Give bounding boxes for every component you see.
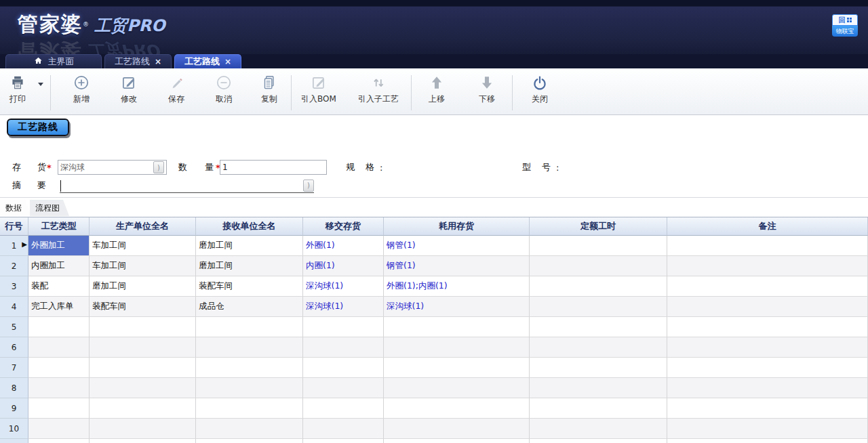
- table-cell[interactable]: [530, 398, 667, 419]
- table-cell[interactable]: [667, 276, 868, 297]
- table-cell[interactable]: [530, 297, 667, 317]
- row-number[interactable]: 3: [0, 276, 28, 297]
- table-cell[interactable]: 完工入库单: [28, 297, 90, 317]
- table-cell[interactable]: [530, 358, 667, 378]
- table-cell[interactable]: [667, 256, 868, 276]
- table-cell[interactable]: [667, 378, 868, 398]
- table-cell[interactable]: 磨加工间: [196, 236, 303, 256]
- table-cell[interactable]: [196, 378, 303, 398]
- row-number[interactable]: 1▶: [0, 236, 28, 256]
- print-button[interactable]: 打印: [4, 74, 31, 103]
- table-cell[interactable]: 磨加工间: [90, 276, 196, 297]
- table-cell[interactable]: [384, 317, 530, 337]
- table-cell[interactable]: [303, 398, 384, 419]
- table-cell[interactable]: [90, 419, 196, 439]
- table-cell[interactable]: [196, 358, 303, 378]
- table-cell[interactable]: [303, 337, 384, 358]
- table-cell[interactable]: [90, 398, 196, 419]
- table-cell[interactable]: 装配车间: [90, 297, 196, 317]
- table-cell[interactable]: [667, 358, 868, 378]
- table-cell[interactable]: 外圈加工: [28, 236, 90, 256]
- inventory-input[interactable]: 深沟球 ): [58, 160, 167, 175]
- table-cell[interactable]: [667, 337, 868, 358]
- table-cell[interactable]: [384, 337, 530, 358]
- inventory-lookup-button[interactable]: ): [153, 161, 164, 173]
- table-cell[interactable]: [384, 398, 530, 419]
- close-button[interactable]: 关闭: [513, 74, 567, 103]
- table-cell[interactable]: [90, 317, 196, 337]
- table-cell[interactable]: [530, 317, 667, 337]
- table-cell[interactable]: [384, 439, 530, 443]
- table-cell[interactable]: [303, 439, 384, 443]
- table-cell[interactable]: [530, 439, 667, 443]
- table-cell[interactable]: [303, 419, 384, 439]
- move-up-button[interactable]: 上移: [412, 74, 462, 103]
- table-cell[interactable]: [530, 378, 667, 398]
- table-cell[interactable]: 内圈加工: [28, 256, 90, 276]
- row-number[interactable]: [0, 439, 28, 443]
- table-cell[interactable]: 磨加工间: [196, 256, 303, 276]
- table-cell[interactable]: [196, 398, 303, 419]
- close-icon[interactable]: ×: [155, 58, 161, 66]
- row-number[interactable]: 4: [0, 297, 28, 317]
- close-icon[interactable]: ×: [224, 58, 231, 66]
- table-cell[interactable]: [384, 419, 530, 439]
- table-cell[interactable]: 深沟球(1): [303, 297, 384, 317]
- table-cell[interactable]: [530, 337, 667, 358]
- row-number[interactable]: 2: [0, 256, 28, 276]
- table-cell[interactable]: [28, 398, 90, 419]
- table-cell[interactable]: 深沟球(1): [303, 276, 384, 297]
- table-cell[interactable]: [196, 317, 303, 337]
- table-cell[interactable]: [667, 398, 868, 419]
- table-cell[interactable]: [667, 419, 868, 439]
- table-cell[interactable]: [196, 439, 303, 443]
- add-button[interactable]: 新增: [58, 74, 105, 103]
- table-cell[interactable]: [384, 378, 530, 398]
- table-cell[interactable]: 装配车间: [196, 276, 303, 297]
- tab-main-screen[interactable]: 主界面: [5, 54, 102, 68]
- table-cell[interactable]: [28, 439, 90, 443]
- tab-data[interactable]: 数据: [0, 200, 31, 216]
- table-cell[interactable]: 装配: [28, 276, 90, 297]
- table-cell[interactable]: [90, 439, 196, 443]
- summary-lookup-button[interactable]: ): [303, 180, 314, 192]
- summary-input[interactable]: ): [60, 179, 314, 193]
- table-cell[interactable]: 车加工间: [90, 236, 196, 256]
- table-cell[interactable]: [667, 439, 868, 443]
- tab-flowchart[interactable]: 流程图: [30, 200, 69, 216]
- table-cell[interactable]: [90, 358, 196, 378]
- table-cell[interactable]: [28, 337, 90, 358]
- row-number[interactable]: 10: [0, 419, 28, 439]
- print-dropdown-button[interactable]: [31, 74, 50, 94]
- tab-process-route-2[interactable]: 工艺路线 ×: [174, 54, 241, 68]
- table-cell[interactable]: 成品仓: [196, 297, 303, 317]
- move-down-button[interactable]: 下移: [462, 74, 512, 103]
- table-cell[interactable]: [90, 337, 196, 358]
- table-cell[interactable]: [530, 419, 667, 439]
- import-bom-button[interactable]: 引入BOM: [292, 74, 346, 103]
- table-cell[interactable]: [530, 276, 667, 297]
- cancel-button[interactable]: 取消: [200, 74, 248, 103]
- tab-process-route-1[interactable]: 工艺路线 ×: [104, 54, 172, 68]
- table-cell[interactable]: 车加工间: [90, 256, 196, 276]
- table-cell[interactable]: 内圈(1): [303, 256, 384, 276]
- row-number[interactable]: 8: [0, 378, 28, 398]
- table-cell[interactable]: [530, 256, 667, 276]
- quantity-input[interactable]: 1: [220, 160, 327, 175]
- table-cell[interactable]: [667, 236, 868, 256]
- table-cell[interactable]: [28, 317, 90, 337]
- table-cell[interactable]: [28, 419, 90, 439]
- table-cell[interactable]: 外圈(1);内圈(1): [384, 276, 530, 297]
- table-cell[interactable]: 钢管(1): [384, 236, 530, 256]
- table-cell[interactable]: 钢管(1): [384, 256, 530, 276]
- table-cell[interactable]: [90, 378, 196, 398]
- table-cell[interactable]: [28, 358, 90, 378]
- row-number[interactable]: 9: [0, 398, 28, 419]
- table-cell[interactable]: 外圈(1): [303, 236, 384, 256]
- table-cell[interactable]: [196, 337, 303, 358]
- row-number[interactable]: 7: [0, 358, 28, 378]
- save-button[interactable]: 保存: [153, 74, 200, 103]
- import-subprocess-button[interactable]: 引入子工艺: [346, 74, 411, 103]
- table-cell[interactable]: [384, 358, 530, 378]
- table-cell[interactable]: [667, 297, 868, 317]
